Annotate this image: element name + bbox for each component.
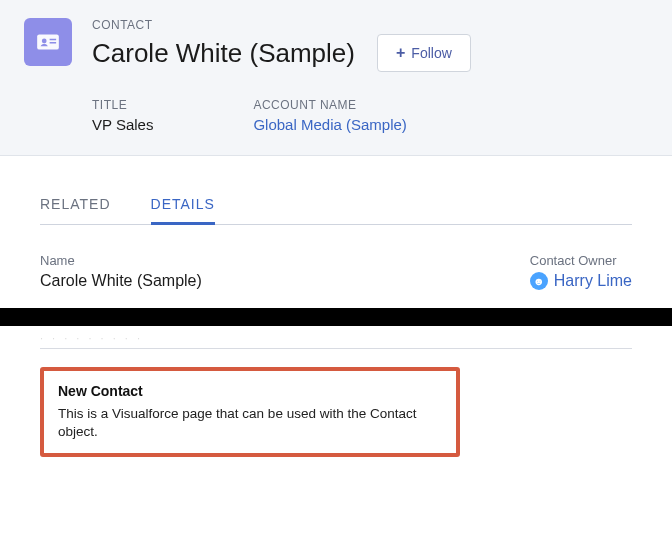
account-link[interactable]: Global Media (Sample) xyxy=(253,116,406,133)
vf-body: This is a Visualforce page that can be u… xyxy=(58,405,442,441)
svg-rect-3 xyxy=(50,42,57,44)
record-header: CONTACT Carole White (Sample) + Follow T… xyxy=(0,0,672,156)
tab-related[interactable]: RELATED xyxy=(40,190,111,224)
tab-details[interactable]: DETAILS xyxy=(151,190,215,224)
field-value: VP Sales xyxy=(92,116,153,133)
tab-bar: RELATED DETAILS xyxy=(0,156,672,225)
details-section: Name Carole White (Sample) Contact Owner… xyxy=(0,225,672,300)
follow-button[interactable]: + Follow xyxy=(377,34,471,72)
avatar-icon: ☻ xyxy=(530,272,548,290)
detail-value: Carole White (Sample) xyxy=(40,272,202,290)
svg-point-1 xyxy=(42,39,47,44)
contact-icon xyxy=(24,18,72,66)
field-label: ACCOUNT NAME xyxy=(253,98,406,112)
visualforce-callout: New Contact This is a Visualforce page t… xyxy=(40,367,460,457)
svg-rect-2 xyxy=(50,39,57,41)
field-account-name: ACCOUNT NAME Global Media (Sample) xyxy=(253,98,406,133)
follow-button-label: Follow xyxy=(411,45,451,61)
vf-title: New Contact xyxy=(58,383,442,399)
detail-name: Name Carole White (Sample) xyxy=(40,253,202,290)
detail-contact-owner: Contact Owner ☻ Harry Lime xyxy=(530,253,632,290)
obscured-text: · · · · · · · · · xyxy=(0,326,672,348)
record-title: Carole White (Sample) xyxy=(92,38,355,69)
divider-strip xyxy=(0,308,672,326)
field-label: TITLE xyxy=(92,98,153,112)
object-type-label: CONTACT xyxy=(92,18,648,32)
field-title: TITLE VP Sales xyxy=(92,98,153,133)
owner-link[interactable]: ☻ Harry Lime xyxy=(530,272,632,290)
owner-name: Harry Lime xyxy=(554,272,632,290)
divider xyxy=(40,348,632,349)
detail-label: Name xyxy=(40,253,202,268)
plus-icon: + xyxy=(396,44,405,62)
detail-label: Contact Owner xyxy=(530,253,632,268)
